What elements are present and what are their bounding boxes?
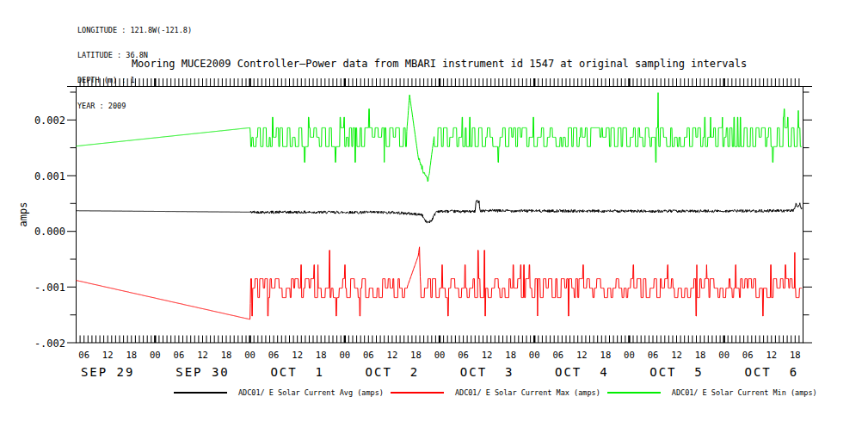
hour-tick-label: 18	[126, 350, 137, 360]
hour-tick-label: 00	[529, 350, 540, 360]
hour-tick-label: 12	[387, 350, 398, 360]
hour-tick-label: 00	[624, 350, 635, 360]
x-axis: 0612180006121800061218000612180006121800…	[78, 78, 800, 379]
legend-label-min: ADC01/ E Solar Current Min (amps)	[672, 388, 817, 397]
legend: ADC01/ E Solar Current Avg (amps) ADC01/…	[174, 387, 824, 399]
hour-tick-label: 18	[410, 350, 422, 360]
legend-label-max: ADC01/ E Solar Current Max (amps)	[455, 388, 600, 397]
hour-tick-label: 12	[292, 350, 303, 360]
hour-tick-label: 18	[316, 350, 327, 360]
plot-page: LONGITUDE : 121.8W(-121.8) LATITUDE : 36…	[0, 0, 868, 434]
y-tick-label: 0.001	[34, 170, 65, 183]
y-tick-label: 0.000	[34, 226, 65, 238]
hour-tick-label: 06	[78, 350, 89, 360]
series-min	[77, 93, 803, 182]
hour-tick-label: 00	[434, 350, 446, 360]
hour-tick-label: 18	[505, 350, 516, 360]
date-tick-label: OCT 2	[366, 365, 420, 379]
date-tick-label: OCT 1	[270, 365, 324, 379]
date-tick-label: SEP 30	[175, 365, 230, 379]
hour-tick-label: 06	[458, 350, 469, 360]
hour-tick-label: 06	[363, 350, 374, 360]
hour-tick-label: 06	[268, 350, 280, 360]
hour-tick-label: 12	[766, 350, 777, 360]
date-tick-label: OCT 4	[555, 365, 609, 379]
legend-line-min	[607, 392, 661, 394]
hour-tick-label: 12	[102, 350, 114, 360]
plot-box	[77, 87, 803, 344]
y-tick-label: -.001	[34, 282, 65, 294]
hour-tick-label: 00	[718, 350, 729, 360]
hour-tick-label: 18	[221, 350, 232, 360]
series-avg	[77, 200, 803, 223]
date-tick-label: OCT 6	[745, 365, 799, 379]
hour-tick-label: 12	[671, 350, 682, 360]
hour-tick-label: 18	[790, 350, 801, 360]
hour-tick-label: 06	[742, 350, 754, 360]
hour-tick-label: 00	[244, 350, 255, 360]
hour-tick-label: 12	[482, 350, 493, 360]
y-tick-label: -.002	[34, 338, 65, 350]
legend-label-avg: ADC01/ E Solar Current Avg (amps)	[238, 388, 384, 397]
hour-tick-label: 06	[648, 350, 659, 360]
hour-tick-label: 06	[552, 350, 563, 360]
date-tick-label: OCT 5	[649, 365, 704, 379]
timeseries-chart: 0612180006121800061218000612180006121800…	[0, 0, 868, 434]
hour-tick-label: 00	[339, 350, 350, 360]
legend-line-max	[391, 392, 444, 394]
hour-tick-label: 12	[576, 350, 588, 360]
date-tick-label: SEP 29	[81, 365, 135, 379]
hour-tick-label: 18	[695, 350, 706, 360]
hour-tick-label: 18	[600, 350, 612, 360]
y-tick-label: 0.002	[34, 115, 65, 127]
hour-tick-label: 00	[150, 350, 161, 360]
hour-tick-label: 06	[174, 350, 185, 360]
hour-tick-label: 12	[197, 350, 208, 360]
series-max	[77, 247, 803, 319]
legend-line-avg	[174, 392, 227, 394]
date-tick-label: OCT 3	[460, 365, 514, 379]
